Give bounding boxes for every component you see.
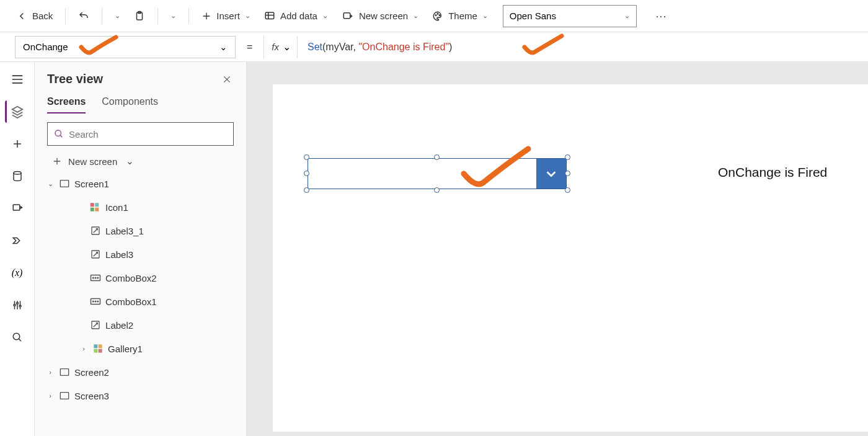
rail-search[interactable]: [6, 326, 29, 349]
insert-button[interactable]: Insert ⌄: [197, 5, 255, 27]
node-label: Screen1: [74, 179, 109, 189]
rail-variables[interactable]: (x): [6, 262, 29, 284]
tree-panel: Tree view Screens Components New screen …: [35, 62, 247, 436]
tools-icon: [12, 299, 23, 311]
new-screen-button[interactable]: New screen ⌄: [35, 152, 246, 172]
tab-components[interactable]: Components: [102, 91, 158, 113]
gallery-icon: [92, 342, 104, 355]
rail-tree-view[interactable]: [5, 100, 27, 123]
svg-rect-18: [95, 208, 99, 211]
node-label: Screen2: [74, 367, 109, 378]
add-data-button[interactable]: Add data ⌄: [259, 5, 333, 27]
rail-insert[interactable]: [6, 133, 29, 155]
plus-icon: [202, 11, 211, 21]
main-area: (x) Tree view Screens Components: [0, 62, 868, 436]
search-icon: [54, 129, 64, 139]
media-icon: [11, 203, 24, 214]
property-selector[interactable]: OnChange ⌄: [15, 36, 236, 58]
node-gallery1[interactable]: › Gallery1: [35, 337, 244, 360]
back-arrow-icon: [16, 11, 27, 22]
label-icon: [89, 225, 102, 237]
chevron-down-icon: ⌄: [245, 12, 250, 20]
node-label: Screen3: [74, 391, 109, 401]
svg-rect-34: [60, 369, 68, 376]
tree-close-button[interactable]: [220, 73, 234, 86]
combobox-dropdown-button[interactable]: [536, 159, 566, 189]
node-screen1[interactable]: ⌄ Screen1: [35, 172, 244, 195]
combobox-body[interactable]: [308, 159, 536, 189]
search-input[interactable]: [69, 129, 227, 140]
annotation-check-icon: [521, 33, 565, 58]
chevron-down-icon: ⌄: [46, 180, 55, 188]
formula-str: "OnChange is Fired": [358, 42, 449, 52]
svg-point-10: [16, 303, 18, 305]
svg-point-26: [93, 301, 94, 302]
node-screen2[interactable]: › Screen2: [35, 360, 244, 384]
svg-rect-8: [13, 205, 20, 210]
svg-point-13: [55, 130, 61, 136]
chevron-down-icon: ⌄: [482, 12, 488, 20]
tree-list: ⌄ Screen1 Icon1 Label3_1 Label3 ComboBox…: [35, 172, 246, 436]
chevron-right-icon: ›: [46, 392, 55, 399]
formula-bar: OnChange ⌄ = fx ⌄ Set(myVar, "OnChange i…: [0, 32, 868, 62]
rail-data[interactable]: [6, 165, 29, 187]
more-button[interactable]: ⋯: [652, 9, 671, 23]
svg-point-22: [93, 277, 94, 278]
insert-label: Insert: [216, 11, 240, 21]
back-button[interactable]: Back: [11, 5, 58, 27]
node-label3[interactable]: Label3: [35, 242, 244, 266]
rail-tools[interactable]: [6, 294, 29, 316]
separator: [65, 8, 66, 24]
font-selector[interactable]: Open Sans ⌄: [503, 5, 637, 27]
rail-flows[interactable]: [6, 229, 29, 252]
svg-point-28: [97, 301, 99, 302]
chevron-down-icon: ⌄: [170, 12, 176, 20]
node-label3_1[interactable]: Label3_1: [35, 219, 244, 242]
node-screen3[interactable]: › Screen3: [35, 384, 244, 407]
fx-button[interactable]: fx ⌄: [272, 36, 298, 58]
node-label2[interactable]: Label2: [35, 313, 244, 337]
paste-menu[interactable]: ⌄: [166, 5, 181, 27]
theme-button[interactable]: Theme ⌄: [427, 5, 493, 27]
separator: [188, 8, 189, 24]
paste-button[interactable]: [129, 5, 150, 27]
undo-button[interactable]: [73, 5, 94, 27]
design-canvas[interactable]: OnChange is Fired: [273, 84, 868, 432]
undo-menu[interactable]: ⌄: [110, 5, 125, 27]
search-box[interactable]: [47, 122, 234, 146]
chevron-down-icon: ⌄: [126, 156, 134, 167]
node-combobox1[interactable]: ComboBox1: [35, 290, 244, 313]
add-data-label: Add data: [280, 11, 317, 21]
separator: [102, 8, 102, 24]
rail-media[interactable]: [6, 197, 29, 220]
node-label: Icon1: [105, 202, 128, 213]
plus-icon: [12, 138, 23, 149]
variable-icon: (x): [12, 267, 23, 278]
node-label: ComboBox2: [105, 273, 157, 283]
tree-search: [47, 122, 234, 146]
combobox-control[interactable]: [308, 158, 567, 189]
screen-icon: [58, 366, 71, 378]
svg-point-11: [19, 305, 21, 307]
screen-icon: [58, 389, 71, 402]
svg-rect-30: [94, 344, 97, 348]
svg-rect-16: [95, 203, 99, 207]
rail-hamburger[interactable]: [6, 68, 29, 91]
svg-point-9: [14, 305, 16, 306]
formula-input[interactable]: Set(myVar, "OnChange is Fired"): [308, 41, 452, 53]
node-combobox2[interactable]: ComboBox2: [35, 266, 244, 290]
chevron-down-icon: ⌄: [283, 41, 291, 53]
node-icon1[interactable]: Icon1: [35, 195, 244, 219]
palette-icon: [432, 11, 443, 22]
svg-rect-32: [94, 349, 97, 353]
svg-point-5: [437, 13, 438, 14]
icon-group-icon: [89, 201, 102, 213]
svg-rect-3: [343, 12, 350, 18]
node-label: Label2: [105, 320, 133, 331]
combobox-icon: [89, 295, 102, 308]
svg-rect-17: [91, 208, 94, 211]
tab-screens[interactable]: Screens: [47, 91, 86, 113]
new-screen-top-button[interactable]: New screen ⌄: [337, 5, 423, 27]
chevron-right-icon: ›: [46, 368, 55, 376]
formula-fn: Set: [308, 42, 322, 52]
